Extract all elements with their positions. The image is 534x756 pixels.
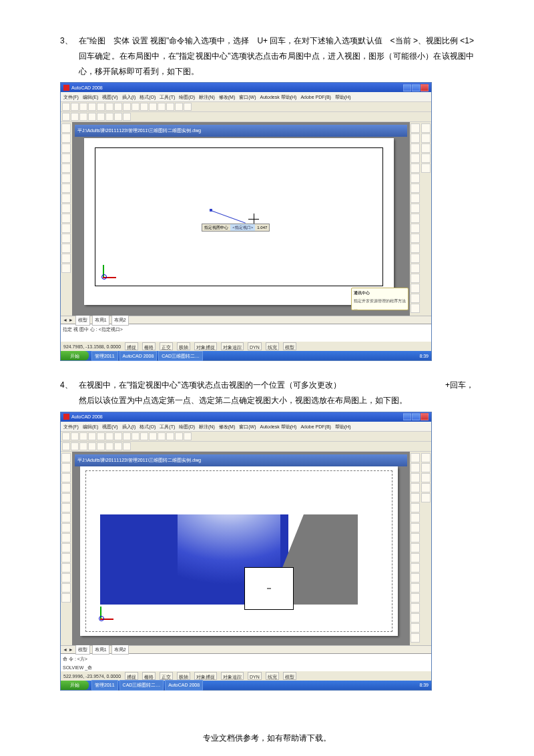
tool-button[interactable] [411, 623, 420, 633]
tool-button[interactable] [411, 583, 420, 593]
menu-item[interactable]: 窗口(W) [239, 93, 256, 101]
tool-button[interactable] [421, 493, 431, 502]
menu-item[interactable]: 绘图(D) [179, 93, 195, 101]
toolbar-button[interactable] [184, 432, 192, 440]
tool-button[interactable] [61, 214, 71, 223]
status-lwt[interactable]: 线宽 [266, 342, 279, 350]
toolbar-button[interactable] [114, 442, 122, 450]
status-model[interactable]: 模型 [283, 672, 296, 680]
tool-button[interactable] [61, 264, 71, 273]
tab-model[interactable]: 模型 [75, 645, 90, 655]
toolbar-button[interactable] [105, 432, 113, 440]
tab-layout2[interactable]: 布局2 [111, 315, 129, 325]
tool-button[interactable] [411, 543, 420, 552]
tool-button[interactable] [61, 224, 71, 233]
tool-button[interactable] [411, 453, 420, 462]
toolbar-button[interactable] [140, 432, 148, 440]
maximize-button[interactable] [412, 413, 420, 420]
status-snap[interactable]: 捕捉 [125, 342, 138, 350]
minimize-button[interactable] [403, 84, 411, 91]
toolbar-button[interactable] [114, 103, 122, 111]
toolbar-button[interactable] [175, 103, 183, 111]
tool-button[interactable] [411, 553, 420, 562]
tool-button[interactable] [411, 284, 420, 293]
tool-button[interactable] [61, 204, 71, 213]
tool-button[interactable] [61, 553, 71, 562]
tool-button[interactable] [411, 603, 420, 613]
menu-item[interactable]: 视图(V) [102, 422, 117, 430]
tool-button[interactable] [411, 274, 420, 283]
tool-button[interactable] [61, 133, 71, 143]
status-otrack[interactable]: 对象追踪 [221, 672, 244, 680]
tool-button[interactable] [411, 123, 420, 133]
toolbar-button[interactable] [140, 103, 148, 111]
menu-item[interactable]: 文件(F) [63, 422, 79, 430]
tool-button[interactable] [61, 254, 71, 263]
toolbar-button[interactable] [166, 432, 174, 440]
system-tray[interactable]: 8:39 [419, 681, 429, 689]
toolbar-button[interactable] [71, 103, 79, 111]
tool-button[interactable] [411, 264, 420, 273]
tool-button[interactable] [411, 244, 420, 253]
command-line[interactable]: 指定 视 图中 心 : <指定视口> [61, 324, 431, 342]
tool-button[interactable] [411, 633, 420, 643]
toolbar-button[interactable] [71, 442, 79, 450]
tool-button[interactable] [61, 583, 71, 593]
status-polar[interactable]: 极轴 [177, 672, 190, 680]
tool-button[interactable] [411, 463, 420, 472]
toolbar-button[interactable] [97, 442, 105, 450]
toolbar-button[interactable] [88, 432, 96, 440]
taskbar-item[interactable]: AutoCAD 2008 [165, 680, 203, 690]
toolbar-button[interactable] [88, 442, 96, 450]
tool-button[interactable] [411, 153, 420, 163]
taskbar-item[interactable]: CAD三维图转二… [158, 351, 203, 361]
status-dyn[interactable]: DYN [248, 342, 262, 350]
tool-button[interactable] [421, 143, 431, 153]
start-button[interactable]: 开始 [61, 681, 89, 690]
menu-item[interactable]: 格式(O) [140, 422, 156, 430]
menu-item[interactable]: 修改(M) [219, 422, 236, 430]
menu-item[interactable]: 文件(F) [63, 93, 79, 101]
menu-item[interactable]: 修改(M) [219, 93, 236, 101]
tab-layout2[interactable]: 布局2 [111, 645, 129, 655]
tool-button[interactable] [421, 453, 431, 462]
toolbar-button[interactable] [105, 103, 113, 111]
tab-layout1[interactable]: 布局1 [92, 315, 109, 325]
menu-item[interactable]: 编辑(E) [83, 422, 98, 430]
tool-button[interactable] [421, 463, 431, 472]
toolbar-button[interactable] [71, 432, 79, 440]
minimize-button[interactable] [403, 413, 411, 420]
tool-button[interactable] [61, 493, 71, 502]
toolbar-button[interactable] [62, 432, 70, 440]
tool-button[interactable] [421, 133, 431, 143]
tool-button[interactable] [411, 254, 420, 263]
tool-button[interactable] [61, 123, 71, 133]
close-button[interactable] [421, 413, 429, 420]
tool-button[interactable] [411, 194, 420, 203]
tool-button[interactable] [411, 214, 420, 223]
toolbar-button[interactable] [166, 103, 174, 111]
menu-item[interactable]: 窗口(W) [239, 422, 256, 430]
toolbar-button[interactable] [149, 103, 157, 111]
menu-item[interactable]: 绘图(D) [179, 422, 195, 430]
menu-item[interactable]: Autodesk 帮助(H) [260, 93, 297, 101]
status-grid[interactable]: 栅格 [142, 672, 156, 680]
tool-button[interactable] [61, 153, 71, 163]
tool-button[interactable] [411, 613, 420, 623]
tool-button[interactable] [411, 523, 420, 532]
tool-button[interactable] [61, 453, 71, 462]
tool-button[interactable] [411, 224, 420, 233]
status-lwt[interactable]: 线宽 [266, 672, 279, 680]
tab-model[interactable]: 模型 [75, 315, 90, 325]
tool-button[interactable] [411, 133, 420, 143]
status-osnap[interactable]: 对象捕捉 [194, 342, 217, 350]
tool-button[interactable] [411, 163, 420, 173]
toolbar-button[interactable] [123, 442, 131, 450]
tool-button[interactable] [411, 483, 420, 492]
tool-button[interactable] [411, 593, 420, 603]
toolbar-button[interactable] [79, 103, 87, 111]
toolbar-button[interactable] [71, 113, 79, 121]
tool-button[interactable] [61, 503, 71, 512]
tool-button[interactable] [61, 483, 71, 492]
menu-item[interactable]: Autodesk 帮助(H) [260, 422, 297, 430]
